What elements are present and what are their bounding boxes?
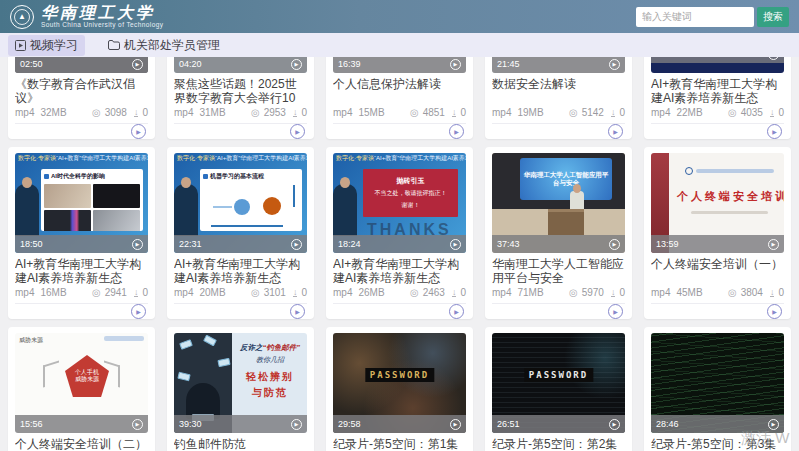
play-button[interactable]: ▶ bbox=[449, 304, 464, 319]
play-button[interactable]: ▶ bbox=[608, 124, 623, 139]
format-label: mp4 bbox=[15, 107, 34, 118]
play-button[interactable]: ▶ bbox=[131, 124, 146, 139]
play-button[interactable]: ▶ bbox=[608, 304, 623, 319]
views-count: 3098 bbox=[105, 107, 127, 118]
format-label: mp4 bbox=[492, 287, 511, 298]
video-title[interactable]: 个人终端安全培训（一） bbox=[651, 257, 784, 284]
views-icon: ◎ bbox=[569, 287, 578, 298]
video-title[interactable]: 纪录片-第5空间：第2集 隐秘的威胁 bbox=[492, 437, 625, 451]
video-meta: mp4 16MB ◎ 2941 ↓ 0 bbox=[15, 286, 148, 300]
video-thumbnail[interactable]: 数字化·专家谈 “AI+教育”华南理工大学构建AI素养培 AI时代全科学的影响 … bbox=[15, 153, 148, 253]
duration-label: 02:50 bbox=[20, 59, 43, 69]
play-button[interactable]: ▶ bbox=[290, 124, 305, 139]
speaker-silhouette bbox=[333, 184, 357, 236]
video-thumbnail[interactable]: 个人终端安全培训 13:59 ▶ bbox=[651, 153, 784, 253]
tab-label: 视频学习 bbox=[30, 37, 78, 54]
tab-dept-management[interactable]: 机关部处学员管理 bbox=[101, 35, 227, 56]
search-input[interactable] bbox=[636, 7, 754, 27]
duration-label: 16:39 bbox=[338, 59, 361, 69]
play-button[interactable]: ▶ bbox=[131, 304, 146, 319]
video-card[interactable]: 数字化·专家谈 “AI+教育”华南理工大学构建AI素养培 AI时代全科学的影响 … bbox=[8, 147, 155, 319]
video-thumbnail[interactable]: 28:46 ▶ bbox=[651, 333, 784, 433]
duration-label: 39:30 bbox=[179, 419, 202, 429]
video-title[interactable]: 个人信息保护法解读 bbox=[333, 77, 466, 104]
app-header: ▲ 华南理工大学 South China University of Techn… bbox=[0, 0, 799, 33]
video-thumbnail[interactable]: 威胁来源 个人手机 威胁来源 15:56 ▶ bbox=[15, 333, 148, 433]
views-icon: ◎ bbox=[251, 287, 260, 298]
video-title[interactable]: 数据安全法解读 bbox=[492, 77, 625, 104]
video-title[interactable]: 华南理工大学人工智能应用平台与安全 bbox=[492, 257, 625, 284]
search-area: 搜索 bbox=[636, 7, 789, 27]
video-thumbnail[interactable]: 数字化·专家谈 “AI+教育”华南理工大学构建AI素养培 抛砖引玉 不当之处，敬… bbox=[333, 153, 466, 253]
video-meta: mp4 26MB ◎ 2463 ↓ 0 bbox=[333, 286, 466, 300]
views-count: 3101 bbox=[264, 287, 286, 298]
video-thumbnail[interactable]: PASSWORD 29:58 ▶ bbox=[333, 333, 466, 433]
slide-content: AI时代全科学的影响 bbox=[41, 169, 143, 231]
video-thumbnail[interactable]: 21:45 ▶ bbox=[492, 57, 625, 73]
video-title[interactable]: AI+教育华南理工大学构建AI素养培养新生态（三） bbox=[174, 257, 307, 284]
video-card[interactable]: 数字化·专家谈 “AI+教育”华南理工大学构建AI素养培 抛砖引玉 不当之处，敬… bbox=[326, 147, 473, 319]
video-title[interactable]: 纪录片-第5空间：第3集 真实的较量 bbox=[651, 437, 784, 451]
video-title[interactable]: 《数字教育合作武汉倡议》 bbox=[15, 77, 148, 104]
play-row: ▶ bbox=[333, 303, 466, 319]
video-card[interactable]: PASSWORD 26:51 ▶ 纪录片-第5空间：第2集 隐秘的威胁 bbox=[485, 327, 632, 451]
play-button[interactable]: ▶ bbox=[767, 124, 782, 139]
thumb-play-icon: ▶ bbox=[132, 419, 143, 430]
views-icon: ◎ bbox=[728, 287, 737, 298]
video-card[interactable]: 反诈之“钓鱼邮件” 教你几招 轻松辨别 与防范 39:30 ▶ 钓鱼邮件防范 bbox=[167, 327, 314, 451]
thumb-play-icon: ▶ bbox=[450, 419, 461, 430]
download-icon: ↓ bbox=[452, 108, 457, 117]
video-card[interactable]: 28:46 ▶ 纪录片-第5空间：第3集 真实的较量 bbox=[644, 327, 791, 451]
views-count: 4851 bbox=[423, 107, 445, 118]
tab-video-learning[interactable]: 视频学习 bbox=[8, 35, 85, 56]
video-card[interactable]: 16:39 ▶ 个人信息保护法解读 mp4 15MB ◎ 4851 ↓ 0 ▶ bbox=[326, 57, 473, 139]
thumbnail-control-bar: 13:59 ▶ bbox=[651, 235, 784, 253]
video-card[interactable]: 19:16 ▶ AI+教育华南理工大学构建AI素养培养新生态（一） mp4 22… bbox=[644, 57, 791, 139]
format-label: mp4 bbox=[174, 287, 193, 298]
duration-label: 28:46 bbox=[656, 419, 679, 429]
video-thumbnail[interactable]: 数字化·专家谈 “AI+教育”华南理工大学构建AI素养培 机器学习的基本流程 2… bbox=[174, 153, 307, 253]
video-thumbnail[interactable]: PASSWORD 26:51 ▶ bbox=[492, 333, 625, 433]
thumb-play-icon: ▶ bbox=[768, 239, 779, 250]
video-thumbnail[interactable]: 19:16 ▶ bbox=[651, 57, 784, 73]
search-button[interactable]: 搜索 bbox=[757, 7, 789, 27]
video-card[interactable]: 02:50 ▶ 《数字教育合作武汉倡议》 mp4 32MB ◎ 3098 ↓ 0… bbox=[8, 57, 155, 139]
video-title[interactable]: AI+教育华南理工大学构建AI素养培养新生态（二） bbox=[15, 257, 148, 284]
play-button[interactable]: ▶ bbox=[767, 304, 782, 319]
video-card[interactable]: 威胁来源 个人手机 威胁来源 15:56 ▶ 个人终端安全培训（二） bbox=[8, 327, 155, 451]
thumbnail-control-bar: 18:50 ▶ bbox=[15, 235, 148, 253]
lecturer-head bbox=[573, 184, 581, 193]
video-meta: mp4 71MB ◎ 5970 ↓ 0 bbox=[492, 286, 625, 300]
video-card[interactable]: 数字化·专家谈 “AI+教育”华南理工大学构建AI素养培 机器学习的基本流程 2… bbox=[167, 147, 314, 319]
views-icon: ◎ bbox=[569, 107, 578, 118]
video-title[interactable]: AI+教育华南理工大学构建AI素养培养新生态（一） bbox=[651, 77, 784, 104]
format-label: mp4 bbox=[174, 107, 193, 118]
video-card[interactable]: 04:20 ▶ 聚焦这些话题！2025世界数字教育大会举行10场平行会议 mp4… bbox=[167, 57, 314, 139]
video-thumbnail[interactable]: 16:39 ▶ bbox=[333, 57, 466, 73]
video-thumbnail[interactable]: 反诈之“钓鱼邮件” 教你几招 轻松辨别 与防范 39:30 ▶ bbox=[174, 333, 307, 433]
video-title[interactable]: 个人终端安全培训（二） bbox=[15, 437, 148, 451]
tab-bar: 视频学习 机关部处学员管理 bbox=[0, 33, 799, 57]
video-card[interactable]: 个人终端安全培训 13:59 ▶ 个人终端安全培训（一） mp4 45MB ◎ … bbox=[644, 147, 791, 319]
format-label: mp4 bbox=[651, 287, 670, 298]
video-title[interactable]: 聚焦这些话题！2025世界数字教育大会举行10场平行会议 bbox=[174, 77, 307, 104]
podium bbox=[548, 209, 584, 235]
video-thumbnail[interactable]: 02:50 ▶ bbox=[15, 57, 148, 73]
views-count: 3804 bbox=[741, 287, 763, 298]
play-button[interactable]: ▶ bbox=[449, 124, 464, 139]
video-title[interactable]: 钓鱼邮件防范 bbox=[174, 437, 307, 451]
download-icon: ↓ bbox=[770, 108, 775, 117]
size-label: 71MB bbox=[517, 287, 543, 298]
video-card[interactable]: 华南理工大学人工智能应用平台与安全 37:43 ▶ 华南理工大学人工智能应用平台… bbox=[485, 147, 632, 319]
video-card[interactable]: 21:45 ▶ 数据安全法解读 mp4 19MB ◎ 5142 ↓ 0 ▶ bbox=[485, 57, 632, 139]
slide-title: 个人终端安全培训 bbox=[677, 189, 780, 204]
views-icon: ◎ bbox=[410, 287, 419, 298]
video-card[interactable]: PASSWORD 29:58 ▶ 纪录片-第5空间：第1集 透明的时代 bbox=[326, 327, 473, 451]
video-thumbnail[interactable]: 04:20 ▶ bbox=[174, 57, 307, 73]
video-title[interactable]: 纪录片-第5空间：第1集 透明的时代 bbox=[333, 437, 466, 451]
play-button[interactable]: ▶ bbox=[290, 304, 305, 319]
duration-label: 18:50 bbox=[20, 239, 43, 249]
thumb-play-icon: ▶ bbox=[450, 59, 461, 70]
video-thumbnail[interactable]: 华南理工大学人工智能应用平台与安全 37:43 ▶ bbox=[492, 153, 625, 253]
video-title[interactable]: AI+教育华南理工大学构建AI素养培养新生态（四） bbox=[333, 257, 466, 284]
